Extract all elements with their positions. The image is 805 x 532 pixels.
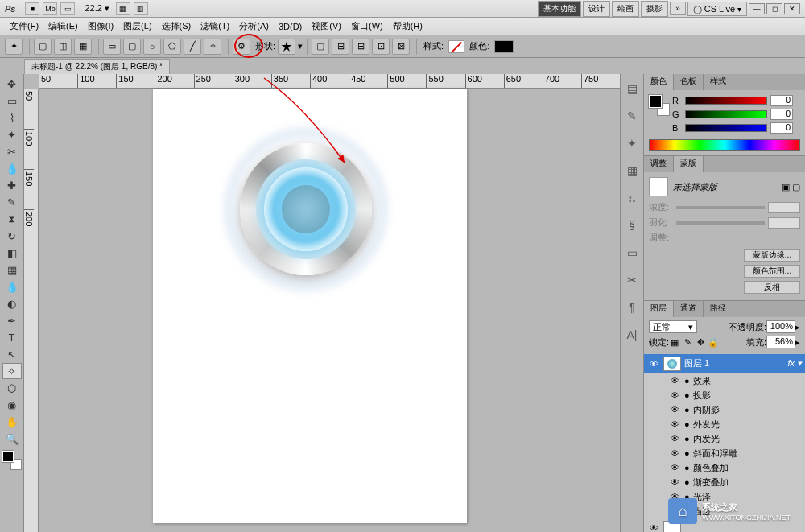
pathop-exclude-icon[interactable]: ⊠ <box>392 39 410 55</box>
workspace-design[interactable]: 设计 <box>583 1 610 17</box>
value-b[interactable]: 0 <box>770 122 793 134</box>
shape-options-icon[interactable]: ⚙ <box>233 39 250 55</box>
view-icon[interactable]: ▦ <box>116 2 130 15</box>
rect-shape-icon[interactable]: ▭ <box>103 39 121 55</box>
effects-header[interactable]: 👁●效果 <box>644 373 805 388</box>
workspace-painting[interactable]: 绘画 <box>612 1 639 17</box>
menu-layer[interactable]: 图层(L) <box>118 20 156 32</box>
layer-row[interactable]: 👁 图层 1 fx ▾ <box>644 354 805 373</box>
navigator-icon[interactable]: ✦ <box>624 135 640 151</box>
pathop-subtract-icon[interactable]: ⊟ <box>352 39 369 55</box>
brush-tool[interactable]: ✎ <box>2 194 22 210</box>
foreground-color[interactable] <box>2 451 14 462</box>
menu-select[interactable]: 选择(S) <box>157 20 196 32</box>
fill-input[interactable]: 56% <box>766 336 795 348</box>
shape-layers-icon[interactable]: ▢ <box>34 39 52 55</box>
close-button[interactable]: ✕ <box>784 3 800 14</box>
slider-b[interactable] <box>685 124 767 132</box>
mb-icon[interactable]: Mb <box>43 2 57 15</box>
3d-tool[interactable]: ⬡ <box>2 380 22 396</box>
paths-icon[interactable]: ◫ <box>54 39 72 55</box>
menu-help[interactable]: 帮助(H) <box>388 20 427 32</box>
effect-row[interactable]: 👁●颜色叠加 <box>644 460 805 475</box>
line-shape-icon[interactable]: ╱ <box>184 39 201 55</box>
pathop-add-icon[interactable]: ⊞ <box>332 39 349 55</box>
gradient-tool[interactable]: ▦ <box>2 262 22 278</box>
feather-value[interactable] <box>768 217 800 229</box>
menu-window[interactable]: 窗口(W) <box>346 20 388 32</box>
stamp-tool[interactable]: ⧗ <box>2 211 22 227</box>
wand-tool[interactable]: ✦ <box>2 126 22 142</box>
eyedropper-tool[interactable]: 💧 <box>2 160 22 176</box>
feather-slider[interactable] <box>676 221 765 225</box>
layer-thumb[interactable] <box>663 357 681 371</box>
roundrect-shape-icon[interactable]: ▢ <box>123 39 141 55</box>
brushes-icon[interactable]: ⎌ <box>624 190 640 206</box>
workspace-photo[interactable]: 摄影 <box>641 1 668 17</box>
menu-image[interactable]: 图像(I) <box>83 20 118 32</box>
blur-tool[interactable]: 💧 <box>2 278 22 295</box>
visibility-icon[interactable]: 👁 <box>647 523 660 533</box>
menu-filter[interactable]: 滤镜(T) <box>196 20 234 32</box>
minimize-button[interactable]: — <box>749 3 765 14</box>
mask-edge-button[interactable]: 蒙版边缘... <box>744 249 800 262</box>
value-r[interactable]: 0 <box>770 95 793 106</box>
effect-row[interactable]: 👁●斜面和浮雕 <box>644 446 805 460</box>
polygon-shape-icon[interactable]: ⬠ <box>163 39 181 55</box>
opacity-input[interactable]: 100% <box>766 320 795 333</box>
color-swatch[interactable] <box>494 40 514 53</box>
marquee-tool[interactable]: ▭ <box>2 93 22 109</box>
effect-row[interactable]: 👁●外发光 <box>644 417 805 431</box>
info-icon[interactable]: ▭ <box>624 245 640 261</box>
fill-pixels-icon[interactable]: ▦ <box>74 39 92 55</box>
tab-paths[interactable]: 路径 <box>704 301 733 317</box>
tab-masks[interactable]: 蒙版 <box>674 156 704 172</box>
clone-icon[interactable]: § <box>624 217 640 233</box>
doc-icon[interactable]: ▭ <box>60 2 75 15</box>
effect-row[interactable]: 👁●内阴影 <box>644 402 805 417</box>
lock-position-icon[interactable]: ✥ <box>695 336 706 348</box>
menu-edit[interactable]: 编辑(E) <box>43 20 83 32</box>
effect-row[interactable]: 👁●内发光 <box>644 431 805 446</box>
color-swatches[interactable] <box>2 451 22 470</box>
color-range-button[interactable]: 颜色范围... <box>744 265 800 278</box>
lock-pixels-icon[interactable]: ✎ <box>682 336 693 348</box>
tool-preset-icon[interactable]: ✦ <box>5 39 23 55</box>
ellipse-shape-icon[interactable]: ○ <box>143 39 161 55</box>
color-panel-swatches[interactable] <box>649 95 670 116</box>
history-brush-tool[interactable]: ↻ <box>2 228 22 244</box>
value-g[interactable]: 0 <box>770 109 793 120</box>
workspace-more[interactable]: » <box>670 2 686 15</box>
lasso-tool[interactable]: ⌇ <box>2 109 22 126</box>
pathop-intersect-icon[interactable]: ⊡ <box>372 39 390 55</box>
tab-layers[interactable]: 图层 <box>644 301 674 317</box>
slider-g[interactable] <box>685 110 767 118</box>
invert-button[interactable]: 反相 <box>744 281 800 294</box>
bridge-icon[interactable]: ■ <box>25 2 39 15</box>
blend-mode-select[interactable]: 正常▾ <box>649 320 697 333</box>
effect-row[interactable]: 👁●渐变叠加 <box>644 475 805 489</box>
move-tool[interactable]: ✥ <box>2 76 22 92</box>
tab-styles[interactable]: 样式 <box>704 74 733 90</box>
tab-color[interactable]: 颜色 <box>644 74 674 90</box>
density-slider[interactable] <box>676 206 765 209</box>
maximize-button[interactable]: ◻ <box>766 3 782 14</box>
healing-tool[interactable]: ✚ <box>2 177 22 193</box>
character-icon[interactable]: A| <box>624 327 640 343</box>
type-tool[interactable]: T <box>2 329 22 345</box>
swatches-panel-icon[interactable]: ▦ <box>624 163 640 179</box>
brush-presets-icon[interactable]: ✎ <box>624 108 640 124</box>
hand-tool[interactable]: ✋ <box>2 414 22 430</box>
zoom-tool[interactable]: 🔍 <box>2 431 22 447</box>
zoom-level[interactable]: 22.2 ▾ <box>85 3 109 14</box>
arrange-icon[interactable]: ▥ <box>134 2 148 15</box>
pathop-new-icon[interactable]: ▢ <box>312 39 329 55</box>
color-spectrum[interactable] <box>649 139 800 151</box>
density-value[interactable] <box>768 202 800 213</box>
layer-name[interactable]: 图层 1 <box>684 357 709 369</box>
dodge-tool[interactable]: ◐ <box>2 295 22 311</box>
shape-picker[interactable] <box>278 39 295 55</box>
tab-swatches[interactable]: 色板 <box>674 74 704 90</box>
lock-all-icon[interactable]: 🔒 <box>708 336 719 348</box>
menu-3d[interactable]: 3D(D) <box>274 22 307 31</box>
